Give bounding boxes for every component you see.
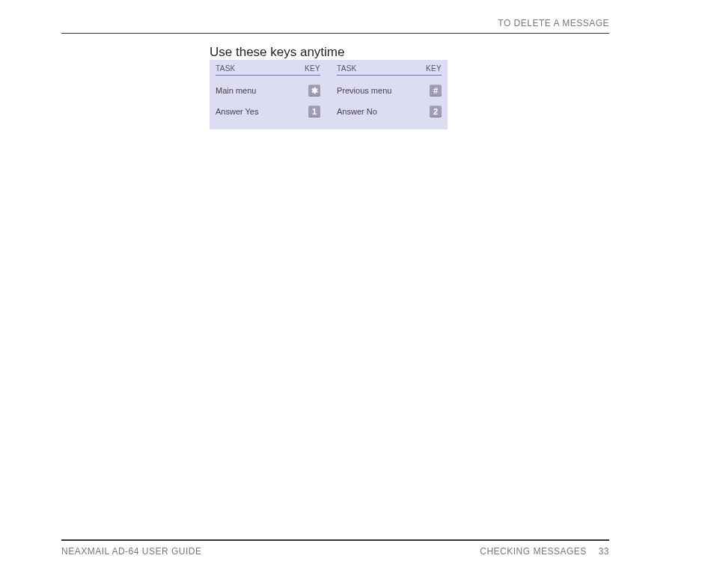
key-one-icon: 1: [308, 105, 320, 117]
footer-guide-name: NEAXMAIL AD-64 USER GUIDE: [61, 546, 201, 557]
key-row-answer-yes: Answer Yes 1: [216, 101, 320, 122]
task-label: Answer No: [337, 107, 377, 116]
key-table-right-column: TASK KEY Previous menu # Answer No 2: [337, 64, 442, 122]
header-title: TO DELETE A MESSAGE: [498, 18, 609, 28]
footer-page-number: 33: [599, 546, 609, 557]
section-heading: Use these keys anytime: [210, 45, 344, 60]
key-table-header-right: TASK KEY: [337, 64, 442, 76]
key-row-answer-no: Answer No 2: [337, 101, 442, 122]
key-star-icon: ✱: [308, 85, 320, 97]
footer-rule: [61, 539, 609, 541]
key-hash-icon: #: [430, 85, 442, 97]
task-label: Answer Yes: [216, 107, 258, 116]
key-table-header-left: TASK KEY: [216, 64, 320, 76]
key-row-main-menu: Main menu ✱: [216, 80, 320, 101]
footer-section-name: CHECKING MESSAGES: [480, 546, 587, 557]
col-header-key: KEY: [305, 64, 320, 73]
key-table-left-column: TASK KEY Main menu ✱ Answer Yes 1: [216, 64, 320, 122]
col-header-task: TASK: [337, 64, 357, 73]
header-rule: [61, 33, 609, 34]
key-row-previous-menu: Previous menu #: [337, 80, 442, 101]
page-container: TO DELETE A MESSAGE Use these keys anyti…: [61, 0, 609, 588]
key-reference-table: TASK KEY Main menu ✱ Answer Yes 1 TASK K…: [210, 60, 448, 129]
footer-section: CHECKING MESSAGES 33: [480, 546, 609, 557]
col-header-task: TASK: [216, 64, 236, 73]
col-header-key: KEY: [426, 64, 442, 73]
key-two-icon: 2: [430, 105, 442, 117]
task-label: Main menu: [216, 86, 256, 95]
task-label: Previous menu: [337, 86, 391, 95]
